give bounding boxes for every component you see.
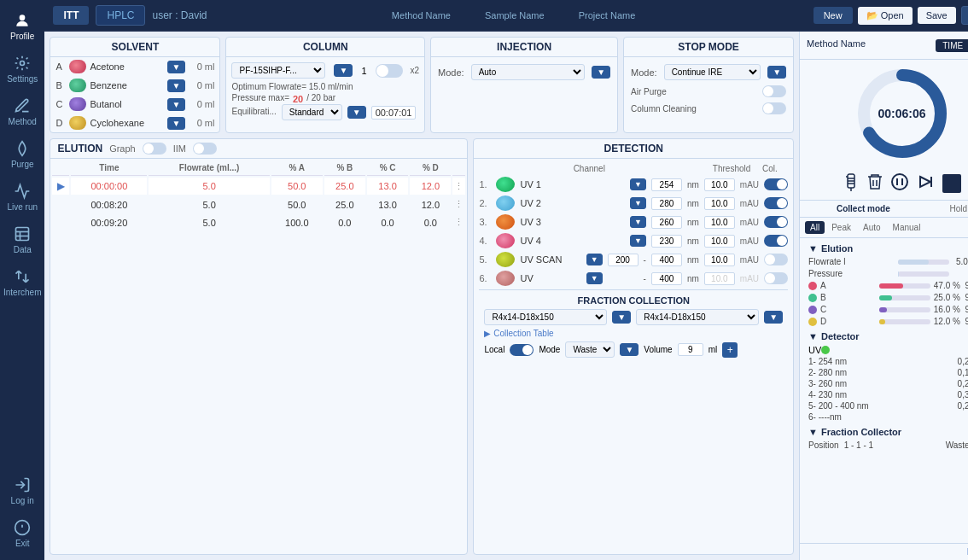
sidebar-item-profile[interactable]: Profile <box>0 7 44 46</box>
stop-mode-dropdown[interactable]: ▼ <box>767 66 786 79</box>
ch-nm-2[interactable] <box>651 197 682 210</box>
elution-menu-1[interactable]: ⋮ <box>452 196 465 213</box>
fraction-select-2[interactable]: R4x14-D18x150 <box>636 309 759 325</box>
ch-toggle-6[interactable] <box>764 272 788 284</box>
ch-nm2-6[interactable] <box>651 272 682 285</box>
ch-dropdown-5[interactable]: ▼ <box>586 254 603 265</box>
tab-time[interactable]: TIME <box>936 39 968 52</box>
ch-nm1-5[interactable] <box>608 254 639 266</box>
ch-threshold-6[interactable] <box>704 272 735 285</box>
collection-table-toggle[interactable]: ▶ Collection Table <box>484 329 783 338</box>
ch-threshold-1[interactable] <box>704 178 735 191</box>
sidebar-item-exit[interactable]: Exit <box>0 514 44 553</box>
btn-itt[interactable]: ITT <box>53 6 89 25</box>
solvent-pct-d: 12.0 % 9995 ml <box>934 317 968 326</box>
elution-arrow-0: ▶ <box>52 178 69 195</box>
btn-open[interactable]: 📂 Open <box>858 7 913 25</box>
sidebar-item-purge[interactable]: Purge <box>0 135 44 174</box>
ch-threshold-2[interactable] <box>704 197 735 210</box>
elution-row-0[interactable]: ▶ 00:00:00 5.0 50.0 25.0 13.0 12.0 ⋮ <box>52 178 465 195</box>
ctrl-stop[interactable] <box>942 174 961 193</box>
pressure-max: / 20 bar <box>306 93 335 102</box>
ch-toggle-1[interactable] <box>764 178 788 190</box>
column-cleaning-toggle[interactable] <box>762 102 786 114</box>
sidebar-label-data: Data <box>14 245 32 254</box>
fraction-dropdown-1[interactable]: ▼ <box>612 311 631 324</box>
ch-nm-4[interactable] <box>651 235 682 248</box>
ctrl-pause[interactable] <box>891 173 908 194</box>
hold-label[interactable]: Hold <box>950 204 968 213</box>
ch-dropdown-2[interactable]: ▼ <box>630 197 646 209</box>
sidebar-item-settings[interactable]: Settings <box>0 50 44 89</box>
injection-mode-select[interactable]: Auto <box>471 64 586 80</box>
sidebar-item-data[interactable]: Data <box>0 220 44 260</box>
sidebar-item-interchem[interactable]: Interchem <box>0 263 44 302</box>
solvent-dropdown-b[interactable]: ▼ <box>167 79 186 92</box>
fraction-dropdown-2[interactable]: ▼ <box>764 311 783 324</box>
ctrl-syringe[interactable] <box>843 172 859 195</box>
ch-nm-1[interactable] <box>651 178 682 191</box>
ch-toggle-3[interactable] <box>764 216 788 228</box>
elution-graph-tab[interactable]: Graph <box>109 143 136 154</box>
btn-hplc[interactable]: HPLC <box>96 5 145 26</box>
equil-dropdown[interactable]: ▼ <box>347 106 366 119</box>
elution-row-2[interactable]: 00:09:20 5.0 100.0 0.0 0.0 0.0 ⋮ <box>52 214 465 230</box>
local-toggle[interactable] <box>510 344 534 356</box>
uv-status-row: UV <box>808 345 968 355</box>
btn-new[interactable]: New <box>813 7 853 24</box>
ch-toggle-4[interactable] <box>764 235 788 247</box>
solvent-bar-a <box>879 283 930 289</box>
air-purge-toggle[interactable] <box>762 85 786 97</box>
mode-select[interactable]: Waste <box>565 341 615 358</box>
elution-iim-toggle[interactable] <box>193 143 217 155</box>
stop-mode-select[interactable]: Continue IRE <box>664 64 761 80</box>
column-select[interactable]: PF-15SIHP-F... <box>231 62 325 79</box>
fraction-select-1[interactable]: R4x14-D18x150 <box>484 309 607 325</box>
volume-plus-btn[interactable]: + <box>722 342 738 358</box>
solvent-dropdown-d[interactable]: ▼ <box>167 117 186 130</box>
solvent-dropdown-a[interactable]: ▼ <box>167 61 186 73</box>
pressure-status-val: 0.0 bar <box>953 269 968 278</box>
sidebar-item-method[interactable]: Method <box>0 92 44 131</box>
sub-tab-all[interactable]: All <box>805 221 825 234</box>
sub-tab-manual[interactable]: Manual <box>888 221 926 234</box>
ch-threshold-3[interactable] <box>704 216 735 229</box>
elution-menu-2[interactable]: ⋮ <box>452 214 465 230</box>
detector-title[interactable]: ▼ Detector <box>808 331 968 341</box>
btn-save[interactable]: Save <box>918 7 956 24</box>
ch-header-threshold: Threshold <box>706 164 757 173</box>
sidebar-item-liverun[interactable]: Live run <box>0 178 44 217</box>
elution-iim-tab[interactable]: IIM <box>173 143 186 154</box>
mode-dropdown[interactable]: ▼ <box>620 343 639 356</box>
ch-threshold-4[interactable] <box>704 235 735 248</box>
btn-sq[interactable]: +SQ <box>961 6 968 25</box>
collect-mode-label[interactable]: Collect mode <box>837 204 890 213</box>
solvent-dropdown-c[interactable]: ▼ <box>167 98 186 111</box>
ch-dropdown-4[interactable]: ▼ <box>630 235 646 247</box>
elution-d-1: 12.0 <box>410 196 451 213</box>
ch-nm-3[interactable] <box>651 216 682 229</box>
ch-dropdown-3[interactable]: ▼ <box>630 216 646 228</box>
injection-dropdown[interactable]: ▼ <box>592 66 610 79</box>
status-elution-title[interactable]: ▼ Elution <box>808 243 968 254</box>
elution-menu-0[interactable]: ⋮ <box>452 178 465 195</box>
ch-dropdown-6[interactable]: ▼ <box>586 272 603 284</box>
elution-graph-toggle[interactable] <box>143 143 166 155</box>
sub-tab-peak[interactable]: Peak <box>826 221 856 234</box>
column-x2-toggle[interactable] <box>376 64 403 78</box>
ch-toggle-5[interactable] <box>764 254 788 265</box>
sidebar-item-login[interactable]: Log in <box>0 471 44 510</box>
ctrl-trash[interactable] <box>867 173 883 194</box>
ch-threshold-5[interactable] <box>704 254 735 266</box>
equilibration-select[interactable]: Standard <box>282 104 342 120</box>
column-num-dropdown[interactable]: ▼ <box>334 64 353 77</box>
ch-toggle-2[interactable] <box>764 197 788 209</box>
svg-marker-23 <box>920 177 930 187</box>
ch-nm2-5[interactable] <box>651 254 682 266</box>
ch-dropdown-1[interactable]: ▼ <box>630 178 646 190</box>
fraction-collector-title[interactable]: ▼ Fraction Collector <box>808 427 968 437</box>
volume-input[interactable] <box>678 343 703 356</box>
sub-tab-auto[interactable]: Auto <box>858 221 886 234</box>
elution-row-1[interactable]: 00:08:20 5.0 50.0 25.0 13.0 12.0 ⋮ <box>52 196 465 213</box>
ctrl-skip[interactable] <box>917 173 934 194</box>
